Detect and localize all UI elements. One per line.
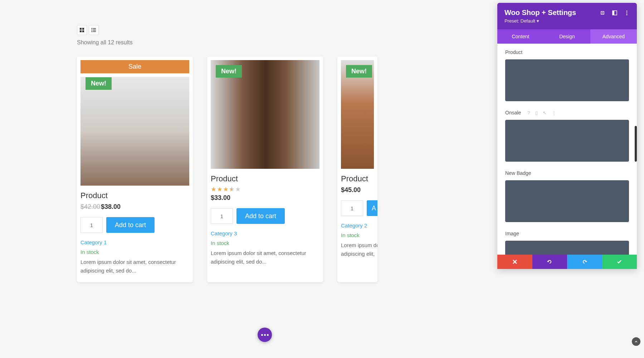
stock-status: In stock [341, 232, 377, 238]
help-icon[interactable]: ? [527, 110, 530, 116]
add-to-cart-button[interactable]: Add to cart [106, 217, 155, 233]
panel-title: Woo Shop + Settings [504, 9, 576, 17]
css-code-input-product[interactable] [505, 59, 629, 101]
section-label-product: Product [505, 49, 629, 55]
save-button[interactable] [602, 255, 637, 269]
product-card[interactable]: New! Product $45.00 A Category 2 In stoc… [337, 57, 377, 282]
dock-icon[interactable] [612, 10, 618, 16]
grid-icon [79, 28, 84, 33]
redo-button[interactable] [567, 255, 602, 269]
mobile-icon[interactable]: ▯ [535, 110, 538, 116]
product-description: Lorem ipsum dolor sit amet, consectetur … [341, 241, 377, 258]
svg-point-4 [91, 28, 92, 29]
results-count: Showing all 12 results [77, 39, 567, 46]
product-category-link[interactable]: Category 1 [80, 239, 189, 245]
tab-advanced[interactable]: Advanced [590, 29, 637, 44]
star-empty-icon [235, 186, 241, 192]
product-card[interactable]: Sale New! Product $42.00$38.00 Add to ca… [77, 57, 193, 282]
chevron-up-icon [634, 340, 638, 343]
svg-rect-5 [93, 28, 96, 29]
tab-content[interactable]: Content [497, 29, 544, 44]
add-to-cart-button[interactable]: Add to cart [236, 208, 285, 224]
section-label-image: Image [505, 231, 629, 236]
product-title[interactable]: Product [211, 174, 319, 183]
product-category-link[interactable]: Category 3 [211, 230, 319, 236]
svg-point-16 [626, 12, 628, 13]
view-toggle-group [77, 25, 567, 35]
svg-rect-3 [82, 30, 84, 32]
css-code-input-onsale[interactable] [505, 120, 629, 162]
css-code-input-image[interactable] [505, 241, 629, 255]
dots-icon [261, 334, 269, 336]
tab-design[interactable]: Design [544, 29, 590, 44]
product-price: $33.00 [211, 194, 319, 202]
svg-rect-9 [93, 31, 96, 32]
stock-status: In stock [80, 249, 189, 255]
sale-badge: Sale [80, 60, 189, 73]
svg-rect-2 [80, 30, 82, 32]
quantity-input[interactable] [211, 208, 233, 224]
more-actions-button[interactable] [258, 328, 272, 342]
check-icon [616, 259, 622, 265]
scroll-to-top-button[interactable] [632, 337, 640, 346]
more-icon[interactable] [624, 10, 630, 16]
product-price: $42.00$38.00 [80, 203, 189, 211]
svg-rect-7 [93, 30, 96, 30]
cursor-icon[interactable]: ↖ [543, 110, 547, 116]
quantity-input[interactable] [80, 217, 103, 233]
svg-point-8 [91, 31, 92, 32]
svg-rect-0 [80, 28, 82, 30]
quantity-input[interactable] [341, 200, 363, 216]
new-badge: New! [216, 65, 242, 78]
scrollbar-thumb[interactable] [635, 126, 637, 162]
add-to-cart-button[interactable]: A [367, 200, 377, 216]
undo-button[interactable] [532, 255, 567, 269]
star-icon [217, 186, 223, 192]
undo-icon [547, 259, 552, 265]
product-card[interactable]: New! Product $33.00 Add to cart Category… [207, 57, 323, 282]
stock-status: In stock [211, 240, 319, 246]
cancel-button[interactable] [497, 255, 532, 269]
list-icon [91, 28, 96, 33]
current-price: $38.00 [101, 203, 121, 210]
rating-stars [211, 186, 319, 192]
product-category-link[interactable]: Category 2 [341, 222, 377, 229]
product-description: Lorem ipsum dolor sit amet, consectetur … [211, 249, 319, 266]
svg-rect-1 [82, 28, 84, 30]
section-label-newbadge: New Badge [505, 170, 629, 176]
products-grid: Sale New! Product $42.00$38.00 Add to ca… [77, 57, 567, 282]
product-title[interactable]: Product [341, 174, 377, 183]
settings-panel: Woo Shop + Settings Preset: Default ▾ Co… [497, 3, 637, 269]
star-icon [211, 186, 216, 192]
svg-point-6 [91, 30, 92, 31]
more-options-icon[interactable]: ⋮ [552, 110, 556, 116]
expand-icon[interactable] [600, 10, 605, 16]
product-image[interactable] [80, 77, 189, 186]
new-badge: New! [86, 77, 112, 90]
list-view-button[interactable] [89, 25, 99, 35]
preset-selector[interactable]: Preset: Default ▾ [504, 18, 630, 24]
product-description: Lorem ipsum dolor sit amet, consectetur … [80, 258, 189, 275]
new-badge: New! [346, 65, 372, 78]
css-code-input-newbadge[interactable] [505, 180, 629, 222]
close-icon [512, 259, 518, 265]
product-title[interactable]: Product [80, 191, 189, 200]
svg-point-15 [626, 10, 628, 11]
svg-rect-14 [613, 11, 614, 15]
old-price: $42.00 [80, 203, 100, 210]
redo-icon [582, 259, 587, 265]
star-icon [223, 186, 229, 192]
panel-footer [497, 255, 637, 269]
panel-header: Woo Shop + Settings Preset: Default ▾ [497, 3, 637, 29]
panel-tabs: Content Design Advanced [497, 29, 637, 44]
section-label-onsale: Onsale ? ▯ ↖ ⋮ [505, 110, 629, 116]
svg-point-17 [626, 14, 628, 15]
product-price: $45.00 [341, 186, 377, 194]
svg-point-12 [602, 12, 603, 13]
star-half-icon [229, 186, 235, 192]
panel-content: Product Onsale ? ▯ ↖ ⋮ New Badge Image [497, 44, 637, 255]
grid-view-button[interactable] [77, 25, 87, 35]
